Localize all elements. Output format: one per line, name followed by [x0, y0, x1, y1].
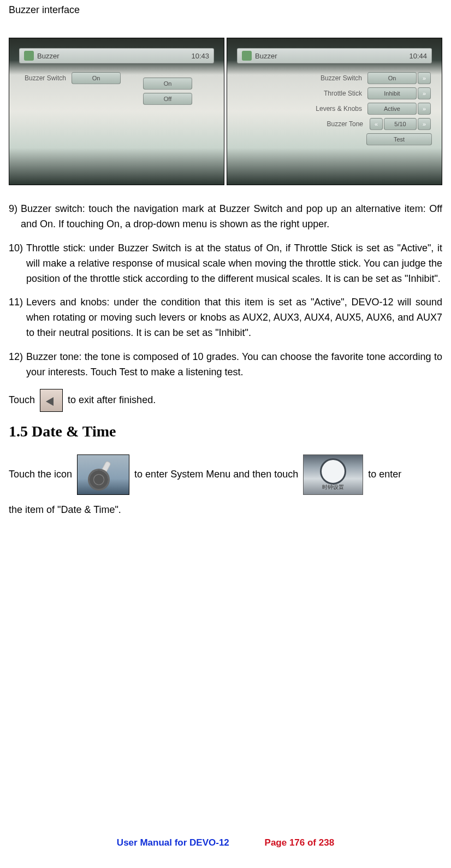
row-value: 5/10 — [384, 118, 417, 130]
test-button: Test — [366, 133, 432, 145]
options-popup: On Off — [143, 78, 192, 105]
clock-time: 10:44 — [409, 52, 427, 60]
text-fragment: Touch the icon — [9, 469, 75, 480]
text-fragment: to enter System Menu and then touch — [134, 469, 301, 480]
device-body-right: Buzzer Switch On » Throttle Stick Inhibi… — [237, 67, 432, 175]
text-fragment: to exit after finished. — [68, 394, 156, 405]
list-text: Buzzer switch: touch the navigation mark… — [21, 202, 442, 232]
row-value: Inhibit — [367, 87, 417, 99]
nav-right-icon: » — [418, 103, 431, 115]
nav-left-icon: « — [370, 118, 383, 130]
touch-exit-line: Touch to exit after finished. — [9, 389, 442, 412]
row-value: On — [72, 72, 121, 84]
list-text: Buzzer tone: the tone is composed of 10 … — [26, 350, 442, 380]
clock-settings-icon: 时钟设置 — [303, 454, 363, 495]
list-item-9: 9) Buzzer switch: touch the navigation m… — [9, 202, 442, 232]
clock-time: 10:43 — [191, 52, 209, 60]
back-arrow-icon — [40, 389, 63, 412]
date-time-line-1: Touch the icon to enter System Menu and … — [9, 454, 442, 495]
date-time-line-2: the item of "Date & Time". — [9, 503, 442, 517]
row-label: Throttle Stick — [324, 90, 362, 97]
list-number: 12) — [9, 350, 23, 380]
screenshot-right: Buzzer 10:44 Buzzer Switch On » Throttle… — [227, 38, 442, 185]
list-item-11: 11) Levers and knobs: under the conditio… — [9, 295, 442, 341]
screenshot-pair: Buzzer 10:43 Buzzer Switch On On Off Buz… — [9, 38, 442, 185]
header-title: Buzzer — [255, 52, 277, 60]
list-item-12: 12) Buzzer tone: the tone is composed of… — [9, 350, 442, 380]
nav-right-icon: » — [418, 118, 431, 130]
page-title: Buzzer interface — [9, 4, 442, 16]
device-header-right: Buzzer 10:44 — [237, 48, 432, 63]
row-value: Active — [367, 103, 417, 115]
list-number: 9) — [9, 202, 17, 232]
list-text: Throttle stick: under Buzzer Switch is a… — [26, 241, 442, 287]
back-icon — [24, 51, 34, 61]
nav-right-icon: » — [418, 72, 431, 84]
option-on: On — [143, 78, 192, 90]
icon-caption: 时钟设置 — [304, 481, 363, 493]
section-heading: 1.5 Date & Time — [9, 423, 442, 440]
row-value: On — [367, 72, 417, 84]
list-number: 11) — [9, 295, 23, 341]
nav-right-icon: » — [418, 87, 431, 99]
device-body-left: Buzzer Switch On On Off — [19, 67, 214, 175]
page-footer: User Manual for DEVO-12 Page 176 of 238 — [0, 837, 451, 848]
footer-manual: User Manual for DEVO-12 — [117, 837, 229, 848]
row-label: Buzzer Switch — [25, 74, 66, 82]
option-off: Off — [143, 93, 192, 105]
screenshot-left: Buzzer 10:43 Buzzer Switch On On Off — [9, 38, 224, 185]
row-label: Buzzer Switch — [321, 74, 362, 82]
system-menu-icon — [77, 454, 129, 495]
text-fragment: to enter — [368, 469, 401, 480]
header-title: Buzzer — [37, 52, 59, 60]
list-number: 10) — [9, 241, 23, 287]
list-text: Levers and knobs: under the condition th… — [26, 295, 442, 341]
text-fragment: Touch — [9, 394, 38, 405]
row-label: Buzzer Tone — [327, 120, 364, 128]
footer-page: Page 176 of 238 — [265, 837, 335, 848]
row-label: Levers & Knobs — [316, 105, 362, 113]
list-item-10: 10) Throttle stick: under Buzzer Switch … — [9, 241, 442, 287]
back-icon — [242, 51, 252, 61]
device-header-left: Buzzer 10:43 — [19, 48, 214, 63]
